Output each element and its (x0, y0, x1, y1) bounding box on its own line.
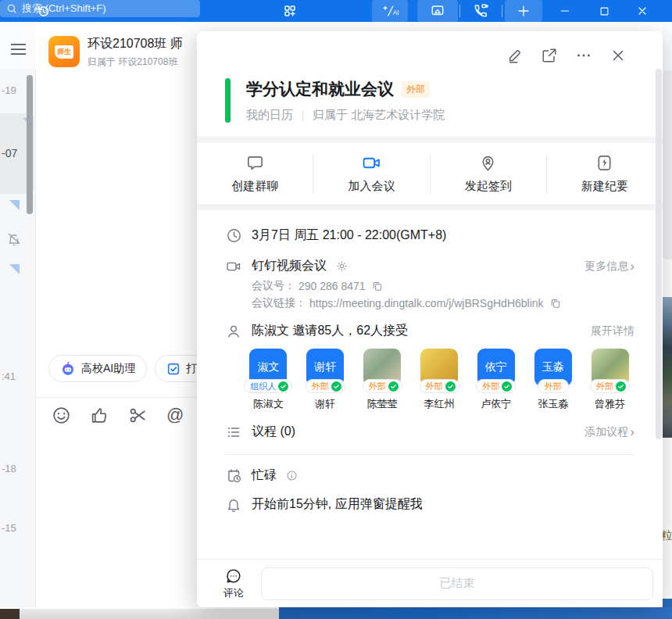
busy-label[interactable]: 忙碌 (252, 467, 277, 484)
attendee-badge: 外部 (363, 379, 402, 393)
attendee-name: 卢依宁 (481, 397, 511, 411)
attendee-summary: 陈淑文 邀请85人，62人接受 (252, 323, 408, 339)
more-icon[interactable] (575, 47, 592, 64)
reminder-row: 开始前15分钟, 应用弹窗提醒我 (225, 496, 634, 513)
mention-icon[interactable]: @ (166, 405, 184, 425)
event-title-section: 学分认定和就业会议 外部 我的日历 归属于 北海艺术设计学院 (197, 72, 663, 137)
mention-marker-icon (9, 264, 20, 274)
start-checkin-button[interactable]: 发起签到 (430, 154, 546, 194)
meeting-id-row: 会议号：290 286 8471 (252, 279, 634, 293)
menu-icon[interactable] (10, 42, 27, 56)
window-close-button[interactable] (624, 0, 661, 22)
conversation-list-strip: -19 -07 :41 -18 -15 (0, 22, 36, 607)
comment-label: 评论 (223, 586, 244, 600)
attendee-item[interactable]: 外部 李红州 (415, 349, 464, 411)
clock-icon (225, 227, 242, 244)
strip-scrollbar[interactable] (27, 75, 33, 214)
maximize-button[interactable] (586, 0, 622, 22)
comment-button[interactable]: 评论 (216, 567, 252, 600)
meeting-link[interactable]: https://meeting.dingtalk.com/j/wjBRSgHdH… (309, 297, 544, 310)
agenda-list-icon (225, 424, 242, 440)
calendar-owner: 归属于 北海艺术设计学院 (313, 108, 445, 123)
agenda-row: 议程 (0) 添加议程 › (225, 424, 634, 440)
section-divider (197, 204, 663, 210)
reminder-label[interactable]: 开始前15分钟, 应用弹窗提醒我 (252, 496, 423, 513)
copy-icon[interactable] (550, 298, 561, 309)
busy-row: 忙碌 (225, 467, 634, 484)
separator (302, 110, 303, 121)
background-fragment (20, 609, 279, 619)
ai-assistant-icon[interactable]: AI (372, 0, 408, 22)
panel-close-icon[interactable] (609, 47, 627, 64)
accepted-check-icon (331, 381, 341, 392)
ai-label: AI (393, 9, 399, 16)
background-fragment (663, 22, 672, 70)
attendee-badge: 外部 (476, 379, 516, 393)
call-icon[interactable] (463, 0, 499, 22)
robot-icon (60, 361, 76, 377)
screencast-icon[interactable] (417, 0, 458, 22)
event-title-texts: 学分认定和就业会议 外部 我的日历 归属于 北海艺术设计学院 (246, 78, 445, 123)
bell-icon (225, 497, 242, 513)
join-meeting-button[interactable]: 加入会议 (313, 154, 429, 194)
history-icon[interactable] (31, 0, 55, 22)
chevron-right-icon: › (630, 259, 634, 274)
meeting-name[interactable]: 钉钉视频会议 (252, 258, 327, 274)
attendee-item[interactable]: 淑文 组织人 陈淑文 (244, 349, 293, 411)
conversation-timestamp[interactable]: -18 (2, 463, 16, 474)
thumbs-up-icon[interactable] (90, 406, 109, 425)
chat-subtitle: 归属于 环设210708班 (88, 55, 183, 69)
emoji-icon[interactable] (52, 406, 71, 425)
text-fragment: 粒 (661, 527, 672, 544)
chat-title: 环设210708班 师 (88, 36, 183, 52)
attendee-item[interactable]: 外部 曾雅芬 (585, 349, 634, 411)
attendee-name: 曾雅芬 (595, 397, 625, 411)
attendee-badge: 外部 (420, 379, 459, 393)
action-label: 发起签到 (465, 179, 512, 194)
accepted-check-icon (616, 381, 626, 392)
person-icon (225, 324, 242, 339)
new-minutes-button[interactable]: 新建纪要 (546, 154, 663, 194)
mute-bell-icon (6, 231, 22, 247)
attendee-item[interactable]: 外部 陈莹莹 (358, 349, 407, 411)
edit-icon[interactable] (506, 47, 524, 64)
apps-grid-icon[interactable] (278, 0, 302, 22)
calendar-name: 我的日历 (246, 108, 293, 123)
chat-header-text: 环设210708班 师 归属于 环设210708班 (88, 36, 183, 69)
attendee-badge: 外部 (590, 379, 630, 393)
event-title: 学分认定和就业会议 (246, 78, 394, 100)
minimize-button[interactable] (547, 0, 583, 22)
conversation-timestamp[interactable]: :41 (2, 370, 16, 382)
chat-bubble-icon (246, 154, 264, 173)
add-icon[interactable] (505, 0, 542, 22)
search-input[interactable]: 搜索 (Ctrl+Shift+F) (0, 0, 200, 17)
conversation-timestamp[interactable]: -15 (2, 522, 16, 534)
open-external-icon[interactable] (541, 47, 558, 64)
panel-header (197, 31, 663, 72)
info-icon[interactable] (286, 470, 298, 481)
create-group-chat-button[interactable]: 创建群聊 (197, 154, 313, 194)
titlebar-divider (459, 5, 460, 17)
gear-icon[interactable] (336, 260, 348, 272)
attendee-item[interactable]: 谢轩 外部 谢轩 (301, 349, 350, 411)
attendees-row: 陈淑文 邀请85人，62人接受 展开详情 (225, 323, 634, 339)
campus-ai-assistant-button[interactable]: 高校AI助理 (48, 355, 147, 382)
add-agenda-link[interactable]: 添加议程 › (584, 424, 634, 440)
mention-marker-icon (9, 200, 20, 210)
group-avatar[interactable]: 师生 (48, 36, 80, 67)
expand-details-label: 展开详情 (591, 324, 634, 338)
copy-icon[interactable] (372, 281, 383, 292)
panel-scrollbar[interactable] (656, 69, 662, 439)
attendee-name: 陈莹莹 (367, 397, 398, 411)
expand-details-link[interactable]: 展开详情 (591, 324, 634, 338)
conversation-timestamp[interactable]: -19 (2, 84, 16, 96)
attendee-item[interactable]: 依宁 外部 卢依宁 (471, 349, 520, 411)
attendee-name: 张玉淼 (538, 397, 568, 411)
attendee-item[interactable]: 玉淼 外部 张玉淼 (528, 349, 577, 411)
more-info-link[interactable]: 更多信息 › (584, 259, 634, 274)
event-status-button[interactable]: 已结束 (261, 567, 653, 600)
check-calendar-icon (166, 362, 181, 376)
background-fragment (663, 70, 672, 259)
scissors-icon[interactable] (128, 406, 148, 425)
chat-input-divider (36, 397, 202, 398)
